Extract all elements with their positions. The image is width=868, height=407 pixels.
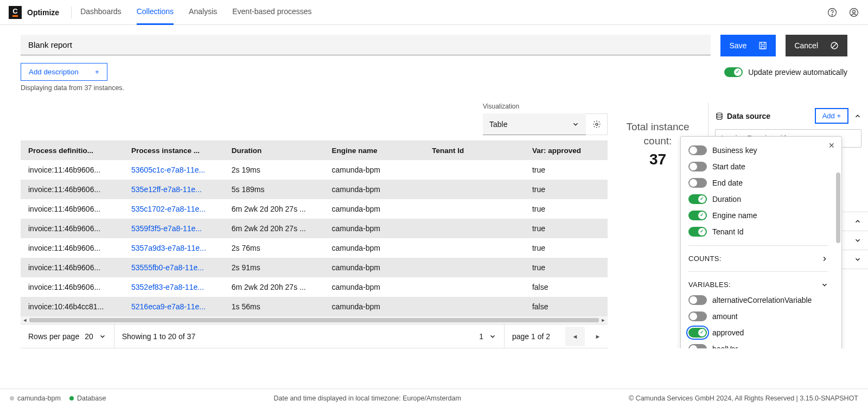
cell-engine: camunda-bpm	[324, 258, 424, 277]
cell-process-def: invoice:10:46b4cc81...	[21, 297, 124, 316]
table-header[interactable]: Var: approved	[525, 141, 608, 160]
instance-link[interactable]: 5359f3f5-e7a8-11e...	[131, 224, 202, 233]
data-source-label: Data source	[727, 112, 770, 120]
variables-section[interactable]: VARIABLES:	[681, 277, 836, 292]
cell-var: false	[525, 277, 608, 297]
viz-settings-button[interactable]	[586, 113, 608, 135]
cell-process-inst: 53555fb0-e7a8-11e...	[124, 258, 224, 277]
report-title-input[interactable]	[21, 35, 711, 55]
toggle[interactable]	[688, 162, 707, 171]
preview-toggle[interactable]	[724, 67, 743, 77]
table-header[interactable]: Duration	[224, 141, 324, 160]
column-option[interactable]: Start date	[681, 158, 836, 175]
cell-duration: 2s 91ms	[224, 258, 324, 277]
add-description-button[interactable]: Add description +	[21, 63, 107, 81]
instance-link[interactable]: 53555fb0-e7a8-11e...	[131, 263, 204, 272]
horizontal-scrollbar[interactable]: ◄►	[21, 316, 608, 324]
vertical-scrollbar[interactable]	[836, 173, 840, 243]
cell-process-def: invoice:11:46b9606...	[21, 180, 124, 199]
cell-duration: 1s 56ms	[224, 297, 324, 316]
nav-tab-event-based-processes[interactable]: Event-based processes	[232, 0, 311, 25]
button-label: Add description	[29, 68, 79, 76]
cell-duration: 6m 2wk 2d 20h 27s ...	[224, 277, 324, 297]
right-panel: Data source Add + Invoice Receipt with ✕…	[708, 103, 868, 348]
pager-next[interactable]: ►	[588, 327, 608, 346]
column-option[interactable]: End date	[681, 175, 836, 191]
table-header[interactable]: Engine name	[324, 141, 424, 160]
instance-link[interactable]: 5216eca9-e7a8-11e...	[131, 302, 206, 311]
svg-rect-5	[761, 46, 764, 49]
button-label: Save	[729, 41, 746, 50]
rpp-value: 20	[85, 332, 93, 341]
column-option[interactable]: alternativeCorrelationVariable	[681, 292, 836, 308]
column-option[interactable]: Business key	[681, 142, 836, 158]
cell-process-inst: 5357a9d3-e7a8-11e...	[124, 238, 224, 258]
cancel-icon	[830, 41, 839, 50]
column-option[interactable]: boolVar	[681, 341, 836, 348]
viz-select[interactable]: Table	[483, 113, 586, 135]
toggle[interactable]	[688, 344, 707, 348]
svg-rect-4	[760, 42, 766, 49]
toggle[interactable]	[688, 227, 707, 237]
instance-link[interactable]: 535c1702-e7a8-11e...	[131, 205, 206, 213]
instance-link[interactable]: 5352ef83-e7a8-11e...	[131, 283, 204, 291]
toggle[interactable]	[688, 194, 707, 204]
nav-tab-analysis[interactable]: Analysis	[189, 0, 217, 25]
toggle[interactable]	[688, 295, 707, 305]
table-header[interactable]: Process definitio...	[21, 141, 124, 160]
button-label: Cancel	[794, 41, 818, 50]
help-icon[interactable]	[827, 7, 838, 18]
chevron-down-icon[interactable]	[99, 333, 106, 340]
table-row: invoice:11:46b9606...535e12ff-e7a8-11e..…	[21, 180, 608, 199]
user-icon[interactable]	[848, 7, 859, 18]
svg-point-8	[717, 113, 722, 115]
nav-tab-dashboards[interactable]: Dashboards	[80, 0, 122, 25]
brand[interactable]: C Optimize	[9, 6, 59, 19]
cell-process-def: invoice:11:46b9606...	[21, 238, 124, 258]
nav-tab-collections[interactable]: Collections	[137, 0, 174, 25]
table-header[interactable]: Tenant Id	[424, 141, 525, 160]
toggle[interactable]	[688, 328, 707, 338]
cell-engine: camunda-bpm	[324, 297, 424, 316]
toggle[interactable]	[688, 145, 707, 155]
section-label: VARIABLES:	[688, 281, 731, 289]
save-icon	[758, 41, 767, 50]
table-row: invoice:11:46b9606...5359f3f5-e7a8-11e..…	[21, 219, 608, 238]
cell-process-inst: 535e12ff-e7a8-11e...	[124, 180, 224, 199]
cancel-button[interactable]: Cancel	[786, 35, 847, 56]
column-option[interactable]: approved	[681, 325, 836, 341]
option-label: amount	[712, 312, 738, 321]
brand-name: Optimize	[27, 8, 59, 17]
save-button[interactable]: Save	[720, 35, 776, 56]
cell-var: true	[525, 160, 608, 180]
column-option[interactable]: Duration	[681, 191, 836, 207]
add-data-source-button[interactable]: Add +	[815, 108, 848, 124]
svg-point-1	[832, 14, 832, 15]
cell-duration: 6m 2wk 2d 20h 27s ...	[224, 199, 324, 219]
cell-var: true	[525, 238, 608, 258]
toggle[interactable]	[688, 178, 707, 188]
option-label: alternativeCorrelationVariable	[712, 296, 812, 304]
chevron-up-icon[interactable]	[854, 112, 861, 120]
counts-section[interactable]: COUNTS:	[681, 251, 836, 266]
column-option[interactable]: amount	[681, 308, 836, 325]
column-option[interactable]: Tenant Id	[681, 224, 836, 240]
table-pager: Rows per page 20 Showing 1 to 20 of 37 1…	[21, 324, 608, 348]
instance-link[interactable]: 5357a9d3-e7a8-11e...	[131, 244, 206, 252]
cell-process-def: invoice:11:46b9606...	[21, 258, 124, 277]
cell-duration: 5s 189ms	[224, 180, 324, 199]
cell-duration: 6m 2wk 2d 20h 27s ...	[224, 219, 324, 238]
toggle[interactable]	[688, 211, 707, 220]
instance-link[interactable]: 53605c1c-e7a8-11e...	[131, 166, 205, 174]
cell-tenant	[424, 238, 525, 258]
table-row: invoice:11:46b9606...53605c1c-e7a8-11e..…	[21, 160, 608, 180]
table-header[interactable]: Process instance ...	[124, 141, 224, 160]
instance-link[interactable]: 535e12ff-e7a8-11e...	[131, 185, 202, 194]
cell-engine: camunda-bpm	[324, 199, 424, 219]
viz-label: Visualization	[483, 103, 608, 110]
svg-point-2	[850, 8, 858, 16]
column-option[interactable]: Engine name	[681, 207, 836, 224]
pager-prev[interactable]: ◄	[565, 327, 585, 346]
toggle[interactable]	[688, 311, 707, 321]
chevron-down-icon[interactable]	[489, 333, 496, 340]
